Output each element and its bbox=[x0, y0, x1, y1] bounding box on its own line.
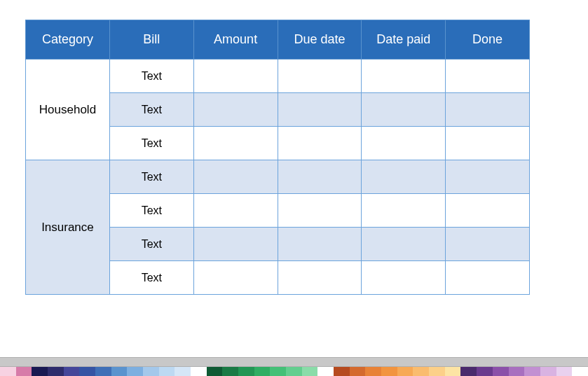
color-swatch[interactable] bbox=[159, 367, 175, 376]
bills-table: Category Bill Amount Due date Date paid … bbox=[25, 20, 530, 295]
color-swatch[interactable] bbox=[175, 367, 191, 376]
bill-cell[interactable]: Text bbox=[109, 194, 193, 228]
color-swatch[interactable] bbox=[460, 367, 477, 376]
done-cell[interactable] bbox=[446, 60, 530, 93]
color-swatch[interactable] bbox=[16, 367, 32, 376]
table-header-row: Category Bill Amount Due date Date paid … bbox=[26, 20, 530, 60]
color-swatch[interactable] bbox=[191, 367, 207, 376]
color-swatch[interactable] bbox=[524, 367, 540, 376]
date_paid-cell[interactable] bbox=[362, 160, 446, 194]
color-swatch[interactable] bbox=[397, 367, 413, 376]
amount-cell[interactable] bbox=[193, 228, 278, 261]
due_date-cell[interactable] bbox=[278, 228, 362, 261]
bill-cell[interactable]: Text bbox=[109, 160, 193, 194]
bill-cell[interactable]: Text bbox=[109, 127, 193, 160]
header-date-paid[interactable]: Date paid bbox=[362, 20, 446, 60]
color-swatch[interactable] bbox=[270, 367, 286, 376]
color-swatch[interactable] bbox=[572, 367, 588, 376]
category-cell[interactable]: Household bbox=[26, 60, 110, 160]
date_paid-cell[interactable] bbox=[362, 127, 446, 160]
done-cell[interactable] bbox=[446, 127, 530, 160]
color-swatch[interactable] bbox=[207, 367, 223, 376]
due_date-cell[interactable] bbox=[278, 194, 362, 228]
due_date-cell[interactable] bbox=[278, 160, 362, 194]
due_date-cell[interactable] bbox=[278, 60, 362, 93]
date_paid-cell[interactable] bbox=[362, 261, 446, 295]
color-swatch[interactable] bbox=[95, 367, 111, 376]
color-swatch[interactable] bbox=[350, 367, 366, 376]
bottom-toolbar bbox=[0, 357, 588, 376]
done-cell[interactable] bbox=[446, 194, 530, 228]
date_paid-cell[interactable] bbox=[362, 194, 446, 228]
color-swatch[interactable] bbox=[0, 367, 16, 376]
color-swatch[interactable] bbox=[413, 367, 429, 376]
color-swatch[interactable] bbox=[493, 367, 509, 376]
date_paid-cell[interactable] bbox=[362, 93, 446, 127]
color-swatch[interactable] bbox=[64, 367, 80, 376]
due_date-cell[interactable] bbox=[278, 127, 362, 160]
color-swatch[interactable] bbox=[254, 367, 271, 376]
color-swatch[interactable] bbox=[127, 367, 143, 376]
amount-cell[interactable] bbox=[193, 127, 278, 160]
bill-cell[interactable]: Text bbox=[109, 60, 193, 93]
color-swatch[interactable] bbox=[445, 367, 461, 376]
amount-cell[interactable] bbox=[193, 60, 278, 93]
color-swatch[interactable] bbox=[381, 367, 397, 376]
bill-cell[interactable]: Text bbox=[109, 261, 193, 295]
color-swatch[interactable] bbox=[143, 367, 159, 376]
color-swatch[interactable] bbox=[477, 367, 493, 376]
category-cell[interactable]: Insurance bbox=[26, 160, 110, 295]
status-bar bbox=[0, 357, 588, 367]
header-amount[interactable]: Amount bbox=[193, 20, 278, 60]
color-swatch[interactable] bbox=[429, 367, 445, 376]
color-swatch[interactable] bbox=[302, 367, 318, 376]
header-due-date[interactable]: Due date bbox=[278, 20, 362, 60]
color-swatch[interactable] bbox=[48, 367, 64, 376]
table-row: HouseholdText bbox=[26, 60, 530, 93]
color-swatch[interactable] bbox=[286, 367, 302, 376]
header-bill[interactable]: Bill bbox=[109, 20, 193, 60]
color-swatch[interactable] bbox=[365, 367, 381, 376]
color-swatch[interactable] bbox=[222, 367, 238, 376]
header-category[interactable]: Category bbox=[26, 20, 110, 60]
due_date-cell[interactable] bbox=[278, 93, 362, 127]
color-palette-bar bbox=[0, 367, 588, 376]
date_paid-cell[interactable] bbox=[362, 60, 446, 93]
done-cell[interactable] bbox=[446, 93, 530, 127]
color-swatch[interactable] bbox=[317, 367, 334, 376]
amount-cell[interactable] bbox=[193, 261, 278, 295]
bill-cell[interactable]: Text bbox=[109, 93, 193, 127]
color-swatch[interactable] bbox=[238, 367, 254, 376]
color-swatch[interactable] bbox=[79, 367, 95, 376]
color-swatch[interactable] bbox=[111, 367, 128, 376]
date_paid-cell[interactable] bbox=[362, 228, 446, 261]
color-swatch[interactable] bbox=[32, 367, 48, 376]
amount-cell[interactable] bbox=[193, 93, 278, 127]
table-row: InsuranceText bbox=[26, 160, 530, 194]
done-cell[interactable] bbox=[446, 160, 530, 194]
color-swatch[interactable] bbox=[540, 367, 556, 376]
amount-cell[interactable] bbox=[193, 160, 278, 194]
amount-cell[interactable] bbox=[193, 194, 278, 228]
header-done[interactable]: Done bbox=[446, 20, 530, 60]
color-swatch[interactable] bbox=[509, 367, 525, 376]
color-swatch[interactable] bbox=[334, 367, 350, 376]
due_date-cell[interactable] bbox=[278, 261, 362, 295]
color-swatch[interactable] bbox=[556, 367, 573, 376]
done-cell[interactable] bbox=[446, 261, 530, 295]
bill-cell[interactable]: Text bbox=[109, 228, 193, 261]
done-cell[interactable] bbox=[446, 228, 530, 261]
